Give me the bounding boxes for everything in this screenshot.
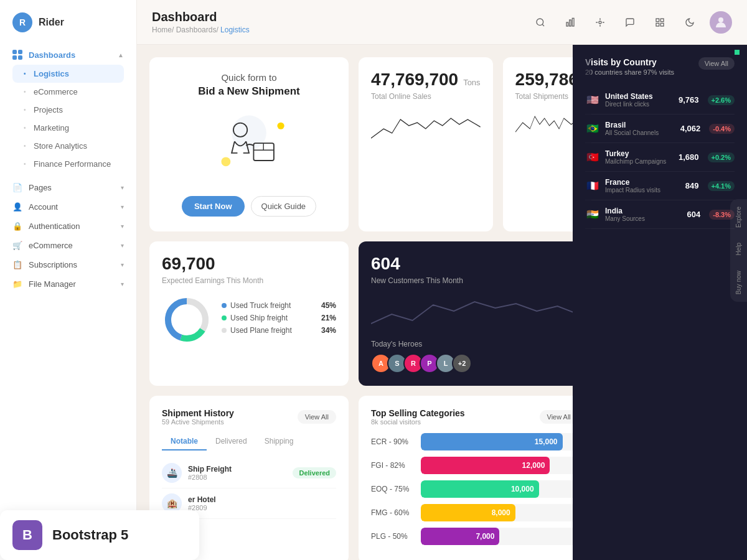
svg-point-16 <box>221 157 230 166</box>
bar-fill: 12,000 <box>421 457 550 474</box>
sidebar-item-store-analytics[interactable]: Store Analytics <box>6 137 130 155</box>
shipment-status-badge: Delivered <box>293 467 336 478</box>
tab-shipping[interactable]: Shipping <box>256 433 303 450</box>
bar-track: 7,000 <box>421 528 573 545</box>
legend-truck: Used Truck freight 45% <box>222 301 336 310</box>
bootstrap-text: Bootstrap 5 <box>52 527 128 543</box>
total-sales-chart <box>371 107 481 144</box>
chevron-down-icon6: ▾ <box>121 281 124 287</box>
mid-cards-row: 69,700 Expected Earnings This Month <box>149 241 573 386</box>
side-tabs: Explore Help Buy now <box>730 199 747 302</box>
country-row: 🇮🇳 India Many Sources 604 -8.3% <box>585 200 735 229</box>
pages-row[interactable]: 📄 Pages ▾ <box>6 178 130 197</box>
visits-title: Visits by Country <box>585 57 674 67</box>
theme-toggle-icon[interactable] <box>680 12 700 32</box>
grid-view-icon[interactable] <box>590 12 610 32</box>
svg-point-9 <box>718 17 723 22</box>
chevron-down-icon2: ▾ <box>121 203 124 210</box>
dashboards-group[interactable]: Dashboards ▲ <box>6 45 130 65</box>
content-area: Quick form to Bid a New Shipment <box>137 45 747 560</box>
ecommerce-icon: 🛒 <box>12 241 22 250</box>
shipment-name-2: er Hotel <box>188 495 336 504</box>
bar-track: 12,000 <box>421 457 573 474</box>
bar-row: ECR - 90% 15,000 <box>371 433 573 450</box>
chart-icon[interactable] <box>560 12 580 32</box>
earnings-card: 69,700 Expected Earnings This Month <box>149 241 349 386</box>
shipment-row-1: 🚢 Ship Freight #2808 Delivered <box>162 458 336 488</box>
shipment-info-2: er Hotel #2809 <box>188 495 336 511</box>
file-label: File Manager <box>29 279 76 289</box>
country-name: United States <box>605 92 674 101</box>
ecommerce-sidebar-row[interactable]: 🛒 eCommerce ▾ <box>6 236 130 255</box>
start-now-button[interactable]: Start Now <box>182 196 245 217</box>
country-source: All Social Channels <box>605 129 675 136</box>
bar-label: PLG - 50% <box>371 532 415 541</box>
bar-label: FGI - 82% <box>371 461 415 470</box>
dashboards-label: Dashboards <box>29 50 75 60</box>
countries-list: 🇺🇸 United States Direct link clicks 9,76… <box>585 86 735 229</box>
sidebar-item-projects[interactable]: Projects <box>6 101 130 119</box>
sidebar-item-ecommerce[interactable]: eCommerce <box>6 83 130 101</box>
side-tab-help[interactable]: Help <box>730 235 747 263</box>
authentication-row[interactable]: 🔒 Authentication ▾ <box>6 217 130 236</box>
app-name: Rider <box>39 17 64 28</box>
country-source: Many Sources <box>605 215 682 222</box>
svg-rect-5 <box>656 19 659 22</box>
pages-group: 📄 Pages ▾ 👤 Account ▾ 🔒 Authentication ▾… <box>0 178 136 294</box>
country-row: 🇧🇷 Brasil All Social Channels 4,062 -0.4… <box>585 114 735 143</box>
file-manager-row[interactable]: 📁 File Manager ▾ <box>6 274 130 294</box>
promo-title: Quick form to <box>198 72 299 83</box>
country-name: India <box>605 207 682 215</box>
bootstrap-overlay: B Bootstrap 5 <box>0 510 199 560</box>
new-customers-value: 604 <box>371 254 573 274</box>
logo-icon: R <box>12 12 32 32</box>
country-info: Turkey Mailchimp Campaigns <box>605 149 674 165</box>
subscriptions-icon: 📋 <box>12 260 22 269</box>
new-customers-chart <box>371 292 573 330</box>
ship-dot <box>222 315 227 320</box>
subscriptions-label: Subscriptions <box>29 260 77 269</box>
grid-icon <box>12 50 22 60</box>
quick-guide-button[interactable]: Quick Guide <box>251 196 317 217</box>
chevron-down-icon4: ▾ <box>121 242 124 249</box>
svg-rect-2 <box>570 20 571 26</box>
bar-track: 8,000 <box>421 504 573 521</box>
sidebar-item-marketing[interactable]: Marketing <box>6 119 130 137</box>
apps-icon[interactable] <box>650 12 670 32</box>
tab-notable[interactable]: Notable <box>162 433 207 450</box>
country-row: 🇫🇷 France Impact Radius visits 849 +4.1% <box>585 172 735 200</box>
logo[interactable]: R Rider <box>0 12 136 45</box>
country-info: India Many Sources <box>605 207 682 222</box>
bottom-cards-row: Shipment History 59 Active Shipments Vie… <box>149 396 573 560</box>
notifications-icon[interactable] <box>620 12 640 32</box>
bar-fill: 8,000 <box>421 504 515 521</box>
bar-value: 10,000 <box>511 485 534 493</box>
auth-icon: 🔒 <box>12 222 22 231</box>
side-tab-explore[interactable]: Explore <box>730 199 747 235</box>
categories-view-all-button[interactable]: View All <box>540 410 573 424</box>
visits-view-all-button[interactable]: View All <box>698 57 735 70</box>
shipment-view-all-button[interactable]: View All <box>298 410 336 424</box>
status-dot <box>735 50 740 55</box>
bar-value: 7,000 <box>476 532 494 541</box>
shipment-icon: 🚢 <box>162 463 182 483</box>
categories-card: Top Selling Categories 8k social visitor… <box>359 396 573 560</box>
side-tab-buy-now[interactable]: Buy now <box>730 263 747 302</box>
sidebar-item-logistics[interactable]: Logistics <box>12 65 124 83</box>
search-icon[interactable] <box>530 12 550 32</box>
total-sales-unit: Tons <box>463 78 480 87</box>
ecommerce-label: eCommerce <box>29 241 73 250</box>
shipment-card-header: Shipment History 59 Active Shipments Vie… <box>162 408 336 426</box>
subscriptions-row[interactable]: 📋 Subscriptions ▾ <box>6 255 130 274</box>
promo-illustration <box>164 104 334 185</box>
account-row[interactable]: 👤 Account ▾ <box>6 197 130 217</box>
tab-delivered[interactable]: Delivered <box>207 433 256 450</box>
country-name: France <box>605 178 680 187</box>
user-avatar[interactable] <box>710 11 732 34</box>
sidebar-item-finance[interactable]: Finance Performance <box>6 155 130 173</box>
country-visits: 604 <box>687 210 701 219</box>
right-panel: Explore Help Buy now Visits by Country 2… <box>573 45 747 560</box>
chevron-down-icon5: ▾ <box>121 261 124 268</box>
country-visits: 1,680 <box>679 152 699 162</box>
country-source: Mailchimp Campaigns <box>605 158 674 165</box>
